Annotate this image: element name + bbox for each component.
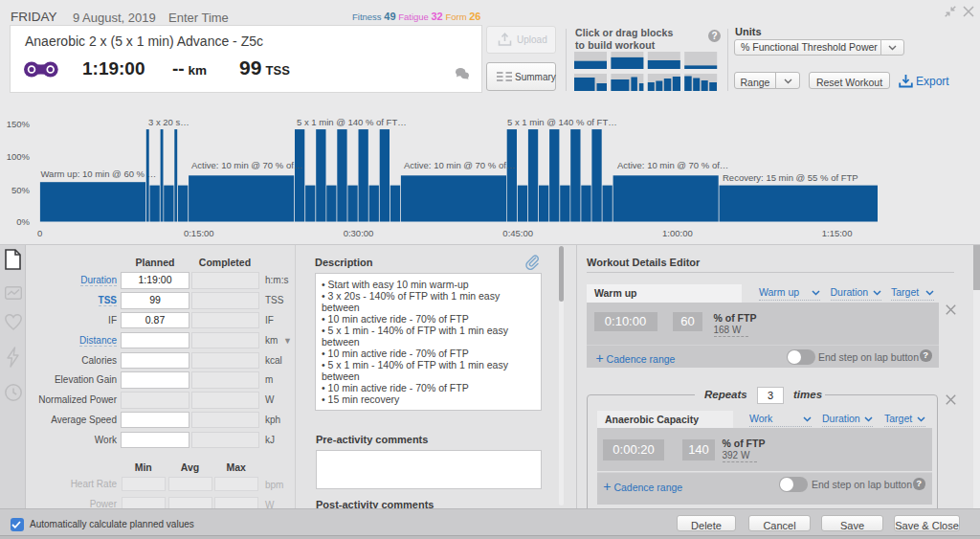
svg-text:1:15:00: 1:15:00: [822, 228, 853, 238]
svg-text:0:15:00: 0:15:00: [184, 228, 214, 238]
svg-text:Warm up: 10 min @ 60 % …: Warm up: 10 min @ 60 % …: [41, 168, 157, 179]
svg-text:100%: 100%: [7, 151, 31, 162]
svg-text:5 x 1 min @ 140 % of FT…: 5 x 1 min @ 140 % of FT…: [507, 117, 617, 127]
svg-text:150%: 150%: [7, 119, 31, 129]
svg-text:Active: 10 min @ 70 % of…: Active: 10 min @ 70 % of…: [404, 160, 515, 170]
svg-text:Recovery: 15 min @ 55 % of FTP: Recovery: 15 min @ 55 % of FTP: [723, 172, 858, 183]
svg-text:0: 0: [37, 228, 42, 238]
svg-text:0:30:00: 0:30:00: [344, 228, 374, 238]
svg-text:1:00:00: 1:00:00: [662, 228, 693, 238]
svg-text:5 x 1 min @ 140 % of FT…: 5 x 1 min @ 140 % of FT…: [297, 117, 407, 127]
svg-text:0:45:00: 0:45:00: [502, 228, 533, 238]
svg-text:3 x 20 s…: 3 x 20 s…: [148, 117, 189, 127]
svg-text:Active: 10 min @ 70 % of…: Active: 10 min @ 70 % of…: [617, 160, 728, 170]
svg-text:0%: 0%: [16, 216, 30, 227]
svg-text:50%: 50%: [11, 185, 31, 195]
svg-text:Active: 10 min @ 70 % of…: Active: 10 min @ 70 % of…: [191, 160, 302, 170]
